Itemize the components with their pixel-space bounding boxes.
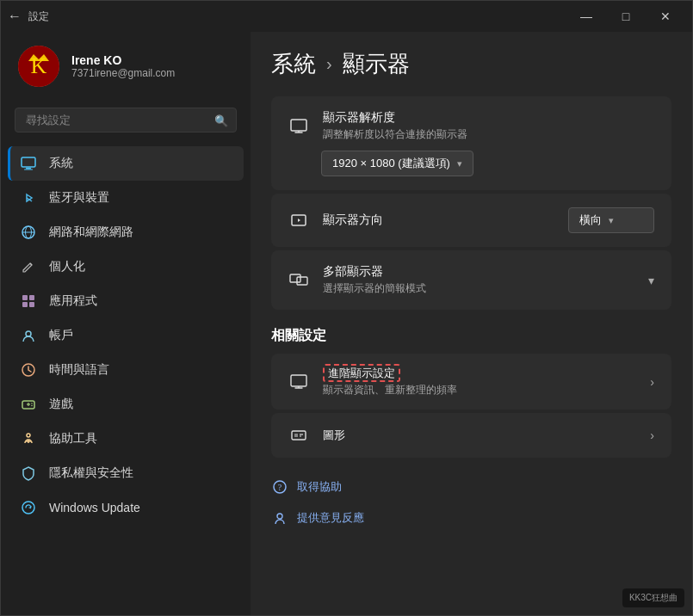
- bluetooth-icon: [20, 189, 37, 206]
- orientation-title: 顯示器方向: [323, 213, 554, 228]
- multi-display-icon: [288, 270, 309, 291]
- advanced-display-title-highlight: 進階顯示設定: [323, 364, 400, 382]
- privacy-icon: [20, 465, 37, 482]
- svg-rect-5: [24, 169, 33, 170]
- sidebar-item-games[interactable]: 遊戲: [8, 387, 244, 422]
- orientation-row: 顯示器方向 橫向 ▾: [288, 207, 654, 233]
- sidebar-item-privacy[interactable]: 隱私權與安全性: [8, 456, 244, 490]
- breadcrumb-root: 系統: [271, 49, 316, 79]
- svg-point-19: [31, 405, 33, 407]
- sidebar-item-personalize[interactable]: 個人化: [8, 249, 244, 284]
- back-icon[interactable]: ←: [8, 9, 22, 24]
- page-header: 系統 › 顯示器: [271, 49, 671, 79]
- advanced-display-card[interactable]: 進階顯示設定 顯示器資訊、重新整理的頻率 ›: [271, 354, 671, 410]
- maximize-button[interactable]: □: [606, 1, 646, 32]
- feedback-label: 提供意見反應: [297, 510, 364, 526]
- main-content: 系統 › 顯示器 顯示器解析度 調整解析度以符合連接的顯示器: [251, 32, 692, 615]
- apps-icon: [20, 293, 37, 310]
- multi-display-chevron: ▾: [648, 274, 654, 287]
- sidebar-label-account: 帳戶: [49, 328, 73, 343]
- avatar-image: K: [18, 46, 59, 87]
- content-area: K Irene KO 7371irene@gmail.com 🔍: [1, 32, 692, 615]
- search-box: 🔍: [15, 108, 237, 132]
- assist-icon: [20, 430, 37, 447]
- multi-display-row: 多部顯示器 選擇顯示器的簡報模式 ▾: [288, 264, 654, 296]
- footer-links: ? 取得協助 提供意見反應: [271, 475, 671, 530]
- advanced-display-chevron: ›: [650, 375, 654, 389]
- time-icon: [20, 361, 37, 379]
- sidebar-label-bluetooth: 藍牙與裝置: [49, 190, 109, 206]
- multi-display-text: 多部顯示器 選擇顯示器的簡報模式: [323, 264, 634, 296]
- breadcrumb-separator: ›: [326, 54, 332, 74]
- personalize-icon: [20, 258, 37, 275]
- svg-rect-9: [22, 295, 28, 300]
- help-icon: ?: [271, 478, 288, 496]
- resolution-title: 顯示器解析度: [323, 110, 654, 126]
- sidebar-item-network[interactable]: 網路和網際網路: [8, 215, 244, 249]
- orientation-icon: [288, 210, 309, 231]
- resolution-subtitle: 調整解析度以符合連接的顯示器: [323, 127, 654, 142]
- window-controls: — □ ✕: [566, 1, 685, 32]
- navigation: 系統 藍牙與裝置 網路和網際網路: [1, 146, 251, 525]
- resolution-card: 顯示器解析度 調整解析度以符合連接的顯示器 1920 × 1080 (建議選項)…: [271, 96, 671, 190]
- watermark: KK3C狂想曲: [622, 588, 684, 607]
- resolution-text: 顯示器解析度 調整解析度以符合連接的顯示器: [323, 110, 654, 142]
- graphics-icon: [288, 425, 309, 446]
- svg-rect-3: [22, 157, 35, 167]
- graphics-title: 圖形: [323, 428, 636, 443]
- svg-point-23: [22, 502, 34, 514]
- sidebar-item-system[interactable]: 系統: [8, 146, 244, 181]
- svg-point-20: [27, 434, 30, 437]
- orientation-control: 橫向 ▾: [568, 207, 654, 233]
- svg-point-39: [277, 514, 282, 519]
- sidebar-item-account[interactable]: 帳戶: [8, 318, 244, 353]
- search-input[interactable]: [15, 108, 237, 132]
- multi-display-subtitle: 選擇顯示器的簡報模式: [323, 281, 634, 296]
- sidebar-item-update[interactable]: Windows Update: [8, 490, 244, 525]
- account-icon: [20, 327, 37, 344]
- network-icon: [20, 224, 37, 241]
- svg-rect-28: [290, 274, 300, 282]
- window-title: 設定: [28, 9, 49, 24]
- feedback-icon: [271, 509, 288, 527]
- avatar: K: [18, 46, 59, 87]
- feedback-link[interactable]: 提供意見反應: [271, 506, 671, 530]
- advanced-display-subtitle: 顯示器資訊、重新整理的頻率: [323, 383, 636, 397]
- orientation-text: 顯示器方向: [323, 213, 554, 228]
- svg-rect-33: [292, 431, 306, 440]
- svg-point-13: [26, 331, 31, 336]
- related-section: 相關設定 進階顯示設定 顯示器資訊、重新整理的頻率 ›: [271, 327, 671, 458]
- sidebar-item-bluetooth[interactable]: 藍牙與裝置: [8, 181, 244, 215]
- svg-rect-30: [291, 375, 306, 386]
- sidebar-item-apps[interactable]: 應用程式: [8, 284, 244, 318]
- svg-text:?: ?: [278, 483, 282, 492]
- advanced-display-icon: [288, 372, 309, 392]
- search-icon: 🔍: [214, 114, 228, 126]
- related-section-title: 相關設定: [271, 327, 671, 345]
- svg-rect-11: [22, 302, 28, 307]
- svg-rect-34: [294, 434, 298, 437]
- user-email: 7371irene@gmail.com: [71, 67, 175, 79]
- orientation-card: 顯示器方向 橫向 ▾: [271, 194, 671, 247]
- user-profile: K Irene KO 7371irene@gmail.com: [1, 32, 251, 104]
- sidebar-label-time: 時間與語言: [49, 362, 109, 378]
- advanced-display-text: 進階顯示設定 顯示器資訊、重新整理的頻率: [323, 366, 636, 397]
- orientation-dropdown-arrow: ▾: [609, 215, 614, 226]
- resolution-dropdown[interactable]: 1920 × 1080 (建議選項) ▾: [321, 151, 473, 176]
- settings-window: ← 設定 — □ ✕ K Ire: [0, 0, 693, 616]
- graphics-chevron: ›: [650, 428, 654, 442]
- close-button[interactable]: ✕: [646, 1, 685, 32]
- sidebar-label-assist: 協助工具: [49, 431, 97, 447]
- sidebar-label-privacy: 隱私權與安全性: [49, 465, 133, 481]
- sidebar-item-time[interactable]: 時間與語言: [8, 353, 244, 387]
- sidebar-item-assist[interactable]: 協助工具: [8, 422, 244, 456]
- svg-rect-10: [29, 295, 34, 300]
- user-info: Irene KO 7371irene@gmail.com: [71, 53, 175, 79]
- user-name: Irene KO: [71, 53, 175, 67]
- orientation-dropdown[interactable]: 橫向 ▾: [568, 207, 654, 233]
- help-link[interactable]: ? 取得協助: [271, 475, 671, 499]
- minimize-button[interactable]: —: [566, 1, 606, 32]
- resolution-row: 顯示器解析度 調整解析度以符合連接的顯示器: [288, 110, 654, 142]
- graphics-card[interactable]: 圖形 ›: [271, 413, 671, 458]
- svg-rect-4: [26, 168, 31, 169]
